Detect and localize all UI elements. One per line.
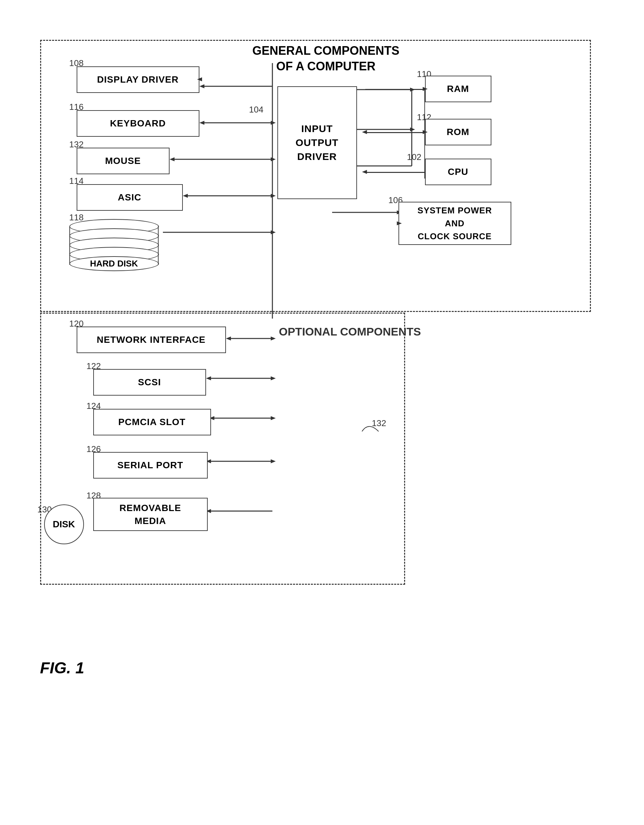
diagram-area: GENERAL COMPONENTS OF A COMPUTER OPTIONA… — [20, 20, 624, 717]
serial-port-box: SERIAL PORT — [93, 452, 208, 479]
page-container: GENERAL COMPONENTS OF A COMPUTER OPTIONA… — [0, 0, 644, 825]
io-driver-box: INPUT OUTPUT DRIVER — [277, 86, 357, 199]
rom-box: ROM — [425, 119, 491, 145]
network-interface-box: NETWORK INTERFACE — [77, 326, 226, 353]
cpu-box: CPU — [425, 159, 491, 185]
diagram-title: GENERAL COMPONENTS OF A COMPUTER — [252, 43, 400, 74]
ram-box: RAM — [425, 76, 491, 102]
system-power-box: SYSTEM POWER AND CLOCK SOURCE — [398, 202, 511, 245]
disk-circle: DISK — [44, 504, 84, 544]
asic-box: ASIC — [77, 184, 183, 211]
h-conn-cpu — [365, 172, 424, 173]
right-column-connector — [424, 89, 425, 179]
h-conn-ram — [365, 89, 424, 90]
optional-components-label: OPTIONAL COMPONENTS — [279, 325, 421, 338]
display-driver-box: DISPLAY DRIVER — [77, 66, 199, 93]
ref-102: 102 — [407, 152, 422, 162]
removable-media-box: REMOVABLE MEDIA — [93, 498, 208, 531]
hard-disk-stack: HARD DISK — [69, 219, 162, 280]
ref-132-optional: 132 — [372, 418, 386, 428]
pcmcia-box: PCMCIA SLOT — [93, 409, 211, 436]
keyboard-box: KEYBOARD — [77, 110, 199, 137]
mouse-box: MOUSE — [77, 148, 170, 174]
h-conn-rom — [365, 132, 424, 133]
scsi-box: SCSI — [93, 369, 206, 396]
ref-104: 104 — [249, 105, 263, 115]
fig-label: FIG. 1 — [40, 659, 84, 677]
